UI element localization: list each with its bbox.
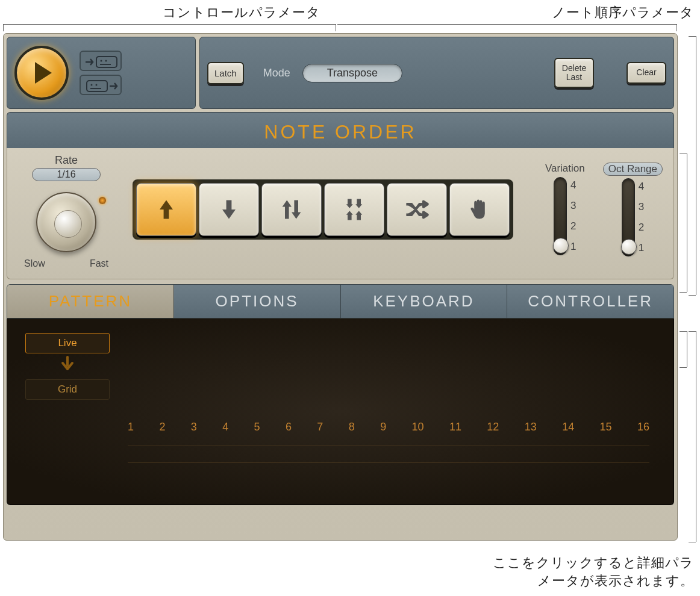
rate-knob-wrap: Slow Fast xyxy=(24,186,108,264)
step-num: 7 xyxy=(317,421,323,433)
note-order-panel: Rate 1/16 Slow Fast xyxy=(7,148,674,279)
svg-point-6 xyxy=(96,84,98,86)
variation-ticks: 4 3 2 1 xyxy=(570,177,576,255)
tick: 4 xyxy=(570,179,576,191)
tab-keyboard[interactable]: KEYBOARD xyxy=(340,285,507,318)
rate-led xyxy=(99,197,106,204)
rate-slow-label: Slow xyxy=(24,258,45,269)
oct-range-label[interactable]: Oct Range xyxy=(603,163,663,176)
variation-slider-body: 4 3 2 1 xyxy=(554,177,576,255)
mode-panel: Latch Mode Transpose Delete Last Clear xyxy=(199,37,674,109)
tab-pattern[interactable]: PATTERN xyxy=(7,285,173,318)
pattern-area: Live Grid 1 2 3 4 5 6 7 8 9 10 11 12 13 … xyxy=(7,318,674,505)
svg-point-2 xyxy=(105,60,107,62)
step-num: 4 xyxy=(222,421,228,433)
slider-group: Variation 4 3 2 1 Oct Range xyxy=(545,163,663,256)
step-num: 1 xyxy=(128,421,134,433)
step-num: 2 xyxy=(159,421,165,433)
svg-rect-4 xyxy=(87,81,107,92)
rate-value[interactable]: 1/16 xyxy=(32,168,100,181)
step-num: 8 xyxy=(349,421,355,433)
mode-label: Mode xyxy=(263,67,290,79)
tick: 1 xyxy=(570,241,576,253)
svg-point-5 xyxy=(91,84,93,86)
variation-slider-col: Variation 4 3 2 1 xyxy=(545,163,585,256)
step-num: 16 xyxy=(637,421,649,433)
annotation-advanced-hint: ここをクリックすると詳細パラ メータが表示されます。 xyxy=(493,554,694,590)
live-to-grid-arrow-icon[interactable] xyxy=(25,353,110,379)
variation-label: Variation xyxy=(545,163,585,175)
step-num: 12 xyxy=(487,421,499,433)
step-grid-line[interactable] xyxy=(128,445,649,463)
arrow-updown-icon xyxy=(278,196,305,223)
oct-range-ticks: 4 3 2 1 xyxy=(639,178,644,256)
tick: 1 xyxy=(639,242,644,254)
step-num: 15 xyxy=(600,421,612,433)
oct-range-slider[interactable] xyxy=(622,178,635,256)
variation-thumb[interactable] xyxy=(553,238,569,253)
tab-options[interactable]: OPTIONS xyxy=(173,285,340,318)
variation-slider[interactable] xyxy=(554,177,567,255)
top-row: Latch Mode Transpose Delete Last Clear xyxy=(4,34,677,112)
svg-rect-3 xyxy=(100,64,111,65)
direction-random-button[interactable] xyxy=(387,183,447,236)
midi-in-icon[interactable] xyxy=(80,51,122,71)
step-num: 5 xyxy=(254,421,260,433)
arrow-down-icon xyxy=(216,196,242,223)
oct-range-thumb[interactable] xyxy=(621,239,637,255)
step-num: 11 xyxy=(449,421,461,433)
direction-asplayed-button[interactable] xyxy=(449,183,510,236)
step-num: 10 xyxy=(412,421,424,433)
rate-label: Rate xyxy=(55,154,78,167)
svg-point-1 xyxy=(101,60,102,62)
live-grid-toggle: Live Grid xyxy=(25,333,110,400)
tick: 2 xyxy=(639,222,644,234)
step-num: 13 xyxy=(525,421,537,433)
tab-controller[interactable]: CONTROLLER xyxy=(507,285,673,318)
direction-outin-button[interactable] xyxy=(324,183,384,236)
midi-out-icon[interactable] xyxy=(80,75,122,95)
oct-range-slider-body: 4 3 2 1 xyxy=(622,178,644,256)
note-order-title: NOTE ORDER xyxy=(7,112,674,148)
oct-range-slider-col: Oct Range 4 3 2 1 xyxy=(603,163,663,256)
step-num: 6 xyxy=(286,421,292,433)
annotation-note-order-params: ノート順序パラメータ xyxy=(552,4,694,22)
direction-updown-button[interactable] xyxy=(261,183,322,236)
tabs-row: PATTERN OPTIONS KEYBOARD CONTROLLER xyxy=(7,284,674,318)
hand-icon xyxy=(466,196,493,223)
direction-up-button[interactable] xyxy=(136,183,196,236)
grid-button[interactable]: Grid xyxy=(25,379,110,400)
rate-knob-labels: Slow Fast xyxy=(24,258,108,269)
tick: 3 xyxy=(639,201,644,213)
midi-capture-icons xyxy=(80,51,122,95)
rate-knob[interactable] xyxy=(36,192,96,252)
play-icon xyxy=(35,62,52,84)
step-num: 9 xyxy=(380,421,386,433)
shuffle-icon xyxy=(404,196,430,223)
direction-buttons xyxy=(133,179,513,240)
annotation-advanced-line2: メータが表示されます。 xyxy=(493,572,694,590)
rate-section: Rate 1/16 Slow Fast xyxy=(18,154,114,264)
svg-rect-7 xyxy=(90,88,101,89)
tick: 2 xyxy=(570,220,576,232)
delete-last-button[interactable]: Delete Last xyxy=(554,58,594,88)
annotation-advanced-line1: ここをクリックすると詳細パラ xyxy=(493,554,694,572)
latch-button[interactable]: Latch xyxy=(207,62,244,84)
step-numbers: 1 2 3 4 5 6 7 8 9 10 11 12 13 14 15 16 xyxy=(128,421,649,433)
arrow-up-icon xyxy=(153,196,180,223)
tick: 4 xyxy=(639,181,644,193)
step-num: 14 xyxy=(562,421,574,433)
arpeggiator-plugin: Latch Mode Transpose Delete Last Clear N… xyxy=(3,33,678,541)
rate-fast-label: Fast xyxy=(90,258,108,269)
clear-button[interactable]: Clear xyxy=(627,62,666,83)
step-num: 3 xyxy=(191,421,197,433)
live-button[interactable]: Live xyxy=(25,333,110,353)
tick: 3 xyxy=(570,200,576,212)
annotation-control-params: コントロールパラメータ xyxy=(163,4,320,22)
control-panel xyxy=(7,37,196,109)
direction-down-button[interactable] xyxy=(199,183,259,236)
play-button[interactable] xyxy=(14,46,69,100)
arrow-converge-icon xyxy=(341,196,367,223)
mode-select[interactable]: Transpose xyxy=(302,64,402,82)
svg-rect-0 xyxy=(96,57,117,67)
